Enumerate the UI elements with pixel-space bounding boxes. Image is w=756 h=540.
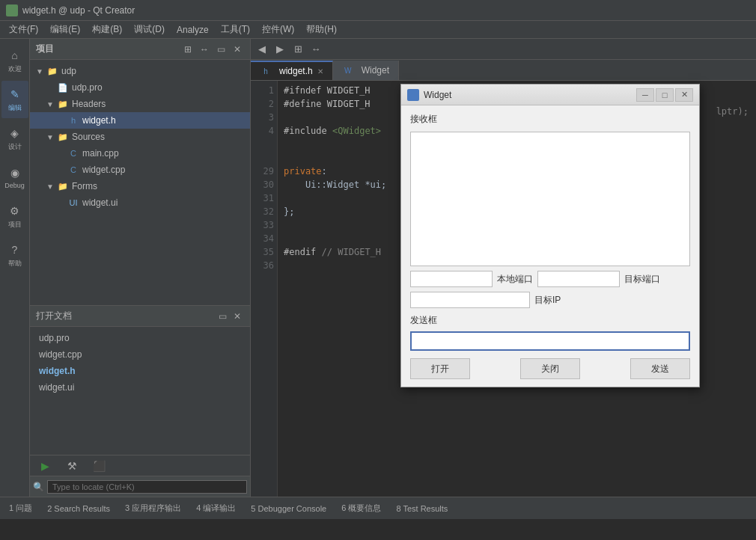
editor-tabs: h widget.h ✕ W Widget	[251, 60, 756, 81]
open-docs-expand-btn[interactable]: ▭	[216, 310, 229, 323]
bottom-tab-appout[interactable]: 3 应用程序输出	[122, 501, 184, 515]
tab-icon-widgeth: h	[260, 65, 272, 77]
run-btn[interactable]: ▶	[33, 458, 57, 474]
sidebar-label-project: 项目	[8, 220, 22, 230]
send-btn[interactable]: 发送	[630, 358, 690, 379]
help-icon: ?	[7, 242, 22, 257]
sidebar-item-edit[interactable]: ✎ 编辑	[1, 81, 28, 118]
sidebar-item-design[interactable]: ◈ 设计	[1, 120, 28, 157]
tree-item-widgeth[interactable]: h widget.h	[30, 112, 250, 129]
dialog-maximize-btn[interactable]: □	[656, 88, 674, 102]
bottom-tab-problems[interactable]: 1 问题	[6, 501, 35, 515]
dialog-title: Widget	[407, 89, 451, 101]
menu-bar: 文件(F) 编辑(E) 构建(B) 调试(D) Analyze 工具(T) 控件…	[0, 21, 756, 39]
menu-help[interactable]: 帮助(H)	[300, 22, 343, 37]
project-panel: 项目 ⊞ ↔ ▭ ✕ ▼ 📁 udp 📄 udp.pro	[30, 39, 251, 497]
folder-icon-sources: 📁	[57, 131, 69, 143]
stop-btn[interactable]: ⬛	[87, 458, 111, 474]
open-docs-close-btn[interactable]: ✕	[231, 310, 244, 323]
tree-item-udp[interactable]: ▼ 📁 udp	[30, 63, 250, 79]
tree-label-widgeth: widget.h	[82, 115, 116, 126]
tree-label-udppro: udp.pro	[72, 82, 103, 93]
open-doc-udppro[interactable]: udp.pro	[30, 330, 250, 346]
receive-textarea[interactable]	[410, 132, 690, 266]
debug-icon: ◉	[7, 165, 22, 180]
tree-item-forms[interactable]: ▼ 📁 Forms	[30, 178, 250, 194]
panel-sync-btn[interactable]: ↔	[198, 43, 211, 56]
panel-close-btn[interactable]: ✕	[231, 43, 244, 56]
editor-toolbar: ◀ ▶ ⊞ ↔	[251, 39, 756, 60]
tree-item-widgetui[interactable]: UI widget.ui	[30, 194, 250, 211]
dialog-body: 接收框 本地端口 目标端口 目标IP 发送框 打开	[401, 105, 699, 387]
open-docs-header: 打开文档 ▭ ✕	[30, 306, 250, 327]
sidebar-label-help: 帮助	[8, 259, 22, 269]
file-icon-h: h	[67, 114, 79, 126]
tree-label-widgetcpp: widget.cpp	[82, 165, 125, 175]
file-icon-maincpp: C	[67, 147, 79, 159]
bottom-tab-testresults[interactable]: 8 Test Results	[393, 503, 451, 515]
menu-edit[interactable]: 编辑(E)	[44, 22, 86, 37]
tab-widgeth[interactable]: h widget.h ✕	[251, 61, 333, 80]
bottom-tab-compile[interactable]: 4 编译输出	[193, 501, 239, 515]
open-doc-widgetui[interactable]: widget.ui	[30, 379, 250, 396]
tree-item-widgetcpp[interactable]: C widget.cpp	[30, 162, 250, 178]
folder-icon-forms: 📁	[57, 180, 69, 192]
close-btn[interactable]: 关闭	[520, 358, 580, 379]
sidebar-item-debug[interactable]: ◉ Debug	[1, 159, 28, 196]
dialog-minimize-btn[interactable]: ─	[636, 88, 654, 102]
sidebar-item-welcome[interactable]: ⌂ 欢迎	[1, 42, 28, 79]
open-doc-widgeth[interactable]: widget.h	[30, 363, 250, 379]
tab-close-widgeth[interactable]: ✕	[317, 67, 323, 76]
folder-icon-udp: 📁	[46, 65, 58, 77]
panel-collapse-btn[interactable]: ▭	[214, 43, 228, 56]
tree-label-forms: Forms	[72, 181, 97, 191]
tree-item-headers[interactable]: ▼ 📁 Headers	[30, 96, 250, 112]
remote-port-input[interactable]	[537, 271, 620, 287]
bottom-tab-debugconsole[interactable]: 5 Debugger Console	[248, 503, 329, 515]
open-docs-panel: 打开文档 ▭ ✕ udp.pro widget.cpp widget.h wid…	[30, 305, 250, 455]
remote-port-label: 目标端口	[624, 273, 660, 286]
local-port-label: 本地端口	[497, 273, 533, 286]
sidebar-item-project[interactable]: ⚙ 项目	[1, 197, 28, 235]
open-doc-widgetcpp[interactable]: widget.cpp	[30, 346, 250, 363]
target-ip-label: 目标IP	[534, 294, 561, 307]
nav-sync-btn[interactable]: ↔	[308, 41, 324, 58]
file-icon-pro: 📄	[57, 82, 69, 93]
tree-label-maincpp: main.cpp	[82, 148, 119, 159]
sidebar-label-welcome: 欢迎	[8, 64, 22, 74]
nav-back-btn[interactable]: ◀	[254, 41, 270, 58]
expand-arrow-sources: ▼	[46, 133, 57, 141]
build-btn[interactable]: ⚒	[60, 458, 84, 474]
expand-arrow-forms: ▼	[46, 182, 57, 191]
action-bar: ▶ ⚒ ⬛	[30, 455, 250, 476]
widget-dialog[interactable]: Widget ─ □ ✕ 接收框 本地端口 目标端口	[400, 84, 700, 387]
menu-controls[interactable]: 控件(W)	[256, 22, 300, 37]
tab-label-widgeth: widget.h	[279, 66, 313, 76]
project-panel-header: 项目 ⊞ ↔ ▭ ✕	[30, 39, 250, 60]
sidebar-item-help[interactable]: ? 帮助	[1, 236, 28, 274]
send-input[interactable]	[410, 331, 690, 351]
tab-widget[interactable]: W Widget	[333, 61, 399, 80]
nav-file-btn[interactable]: ⊞	[290, 41, 306, 58]
tree-item-sources[interactable]: ▼ 📁 Sources	[30, 129, 250, 145]
nav-forward-btn[interactable]: ▶	[272, 41, 288, 58]
target-ip-input[interactable]	[410, 292, 530, 308]
tree-item-maincpp[interactable]: C main.cpp	[30, 145, 250, 162]
line-numbers: 1 2 3 4 29 30 31 32 33 34 35 36	[251, 81, 278, 497]
menu-tools[interactable]: 工具(T)	[215, 22, 256, 37]
dialog-app-icon	[407, 89, 419, 101]
tree-item-udppro[interactable]: 📄 udp.pro	[30, 79, 250, 96]
search-input[interactable]	[47, 480, 247, 494]
local-port-input[interactable]	[410, 271, 493, 287]
bottom-tab-overview[interactable]: 6 概要信息	[338, 501, 384, 515]
dialog-close-btn[interactable]: ✕	[675, 88, 693, 102]
open-btn[interactable]: 打开	[410, 358, 470, 379]
menu-debug[interactable]: 调试(D)	[128, 22, 171, 37]
menu-analyze[interactable]: Analyze	[171, 23, 215, 37]
menu-build[interactable]: 构建(B)	[86, 22, 128, 37]
panel-filter-btn[interactable]: ⊞	[181, 43, 195, 56]
design-icon: ◈	[7, 126, 22, 141]
menu-file[interactable]: 文件(F)	[3, 22, 44, 37]
welcome-icon: ⌂	[7, 48, 22, 63]
bottom-tab-search[interactable]: 2 Search Results	[44, 503, 113, 515]
